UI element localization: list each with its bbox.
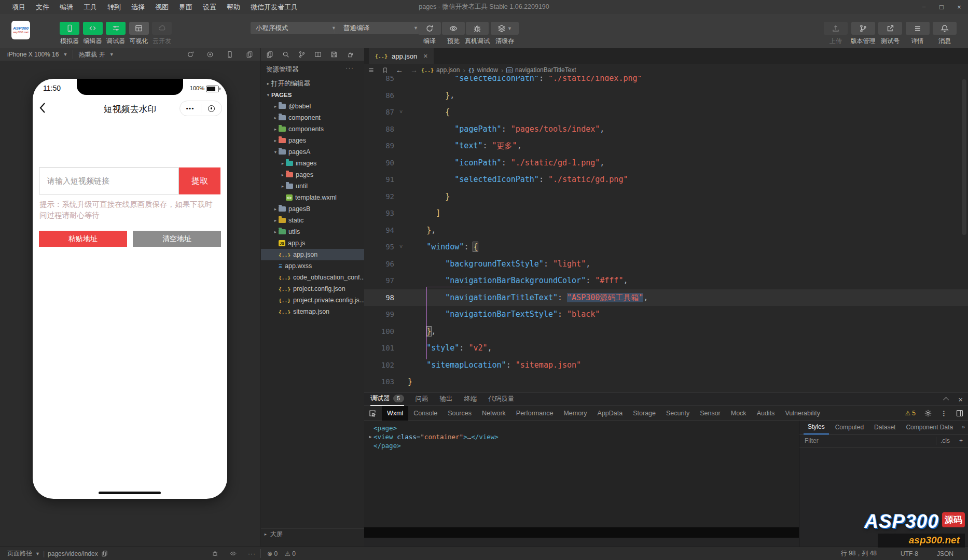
tree-item-component[interactable]: ▸component <box>261 112 365 123</box>
inspect-element-icon[interactable] <box>368 409 377 417</box>
devtools-tab-Network[interactable]: Network <box>477 406 511 421</box>
tree-item-pagesA[interactable]: ▾pagesA <box>261 146 365 158</box>
close-panel-icon[interactable]: × <box>958 395 963 404</box>
inspector-tab-Dataset[interactable]: Dataset <box>870 421 900 434</box>
git-branch-icon[interactable] <box>298 51 306 58</box>
video-link-input[interactable]: 请输入短视频链接 <box>39 167 179 194</box>
paste-address-button[interactable]: 粘贴地址 <box>39 231 127 247</box>
tree-item-images[interactable]: ▸images <box>261 158 365 169</box>
extract-button[interactable]: 提取 <box>179 167 220 194</box>
devtools-tab-AppData[interactable]: AppData <box>592 406 628 421</box>
devtools-tab-Console[interactable]: Console <box>408 406 442 421</box>
action-button-真机调试[interactable] <box>466 22 489 35</box>
wxml-node[interactable]: </page> <box>367 441 799 450</box>
tree-item-PAGES[interactable]: ▾PAGES <box>261 89 365 101</box>
panel-button-编辑器[interactable] <box>83 22 103 35</box>
devtools-tab-Mock[interactable]: Mock <box>726 406 752 421</box>
add-rule-icon[interactable]: + <box>954 437 968 444</box>
more-icon[interactable]: ••• <box>180 106 201 111</box>
preview-eye-icon[interactable] <box>230 550 237 557</box>
code-line-101[interactable]: 101 "style": "v2", <box>364 340 968 357</box>
mode-select[interactable]: 小程序模式▼ <box>251 22 341 34</box>
breadcrumb-item-window[interactable]: {}window <box>468 66 498 74</box>
horizontal-scrollbar[interactable] <box>364 527 799 538</box>
code-line-89[interactable]: 89 "text": "更多", <box>364 137 968 155</box>
menu-工具[interactable]: 工具 <box>79 0 102 14</box>
debugger-tab-代码质量[interactable]: 代码质量 <box>489 393 515 405</box>
code-line-91[interactable]: 91 "selectedIconPath": "./static/gd.png" <box>364 171 968 188</box>
bigscreen-section[interactable]: ▸ 大屏 <box>261 528 365 539</box>
tree-item-app.wxss[interactable]: Ξapp.wxss <box>261 260 365 272</box>
inspector-tab-Component Data[interactable]: Component Data <box>902 421 957 434</box>
code-line-98[interactable]: 98 "navigationBarTitleText": "ASP300源码工具… <box>364 289 968 306</box>
copy-icon[interactable] <box>101 550 108 557</box>
language-mode[interactable]: JSON <box>937 550 953 557</box>
vconsole-bug-icon[interactable] <box>212 550 218 557</box>
tree-item-打开的编辑器[interactable]: ▸打开的编辑器 <box>261 78 365 89</box>
code-line-100[interactable]: 100 }, <box>364 323 968 340</box>
tree-item-sitemap.json[interactable]: {..}sitemap.json <box>261 306 365 317</box>
panel-button-调试器[interactable] <box>106 22 126 35</box>
dock-side-icon[interactable] <box>956 409 964 417</box>
fold-icon[interactable]: ˅ <box>394 239 408 256</box>
filter-input[interactable]: Filter <box>799 437 936 444</box>
action-button-消息[interactable] <box>933 22 957 35</box>
action-button-测试号[interactable] <box>878 22 902 35</box>
tree-item-until[interactable]: ▸until <box>261 180 365 192</box>
bookmark-icon[interactable] <box>382 67 389 74</box>
tree-item-static[interactable]: ▸static <box>261 215 365 226</box>
split-editor-icon[interactable] <box>314 51 322 58</box>
debugger-tab-调试器[interactable]: 调试器5 <box>370 392 404 406</box>
pages-icon[interactable] <box>266 51 273 58</box>
devtools-tab-Memory[interactable]: Memory <box>558 406 592 421</box>
code-line-85[interactable]: 85 "selectedIconPath": "./static/index.p… <box>364 76 968 87</box>
code-line-86[interactable]: 86 }, <box>364 87 968 104</box>
save-all-icon[interactable] <box>330 51 338 58</box>
hot-reload-toggle[interactable]: 热重载 开 <box>78 50 105 59</box>
wxml-tree[interactable]: <page>▶<view class="container">…</view><… <box>364 421 799 527</box>
code-line-96[interactable]: 96 "backgroundTextStyle": "light", <box>364 256 968 273</box>
code-line-92[interactable]: 92 } <box>364 188 968 205</box>
page-path-label[interactable]: 页面路径 <box>7 549 32 558</box>
tree-item-pages[interactable]: ▸pages <box>261 169 365 180</box>
devtools-tab-Audits[interactable]: Audits <box>752 406 780 421</box>
search-icon[interactable] <box>282 51 289 58</box>
cls-toggle[interactable]: .cls <box>936 437 954 445</box>
menu-帮助[interactable]: 帮助 <box>222 0 245 14</box>
close-tab-icon[interactable]: × <box>423 52 427 60</box>
breadcrumb-item-navigationBarTitleText[interactable]: abnavigationBarTitleText <box>506 66 576 74</box>
fold-icon[interactable]: ˅ <box>394 104 408 121</box>
code-line-95[interactable]: 95˅ "window": { <box>364 239 968 256</box>
more-tabs-icon[interactable]: » <box>962 424 965 430</box>
exit-icon[interactable] <box>201 105 222 112</box>
menu-项目[interactable]: 项目 <box>7 0 30 14</box>
gear-icon[interactable] <box>924 409 932 417</box>
tree-item-project.private.config.js...[interactable]: {..}project.private.config.js... <box>261 295 365 306</box>
wxml-node[interactable]: ▶<view class="container">…</view> <box>367 432 799 441</box>
device-icon[interactable] <box>226 51 233 58</box>
menu-文件[interactable]: 文件 <box>31 0 54 14</box>
close-button[interactable]: × <box>950 0 968 14</box>
tree-item-project.config.json[interactable]: {..}project.config.json <box>261 283 365 295</box>
restart-icon[interactable] <box>187 51 194 58</box>
code-line-87[interactable]: 87˅ { <box>364 104 968 121</box>
device-select[interactable]: iPhone X 100% 16 <box>7 51 59 58</box>
debugger-tab-终端[interactable]: 终端 <box>464 393 477 405</box>
code-line-90[interactable]: 90 "iconPath": "./static/gd-1.png", <box>364 155 968 172</box>
error-count[interactable]: ⊗ 0 <box>267 550 278 557</box>
warning-count[interactable]: ⚠ 0 <box>285 550 296 557</box>
devtools-tab-Security[interactable]: Security <box>661 406 695 421</box>
menu-选择[interactable]: 选择 <box>127 0 149 14</box>
nav-back-icon[interactable]: ← <box>396 66 403 74</box>
code-area[interactable]: 85 "selectedIconPath": "./static/index.p… <box>364 76 968 392</box>
code-line-99[interactable]: 99 "navigationBarTextStyle": "black" <box>364 306 968 323</box>
tab-app-json[interactable]: {..} app.json × <box>369 48 434 64</box>
devtools-tab-Vulnerability[interactable]: Vulnerability <box>780 406 825 421</box>
multi-window-icon[interactable] <box>246 51 253 58</box>
menu-设置[interactable]: 设置 <box>198 0 221 14</box>
capsule-menu[interactable]: ••• <box>179 101 222 116</box>
devtools-tab-Storage[interactable]: Storage <box>628 406 661 421</box>
devtools-tab-Sources[interactable]: Sources <box>442 406 477 421</box>
tree-item-components[interactable]: ▸components <box>261 123 365 135</box>
tree-item-pages[interactable]: ▸pages <box>261 135 365 146</box>
